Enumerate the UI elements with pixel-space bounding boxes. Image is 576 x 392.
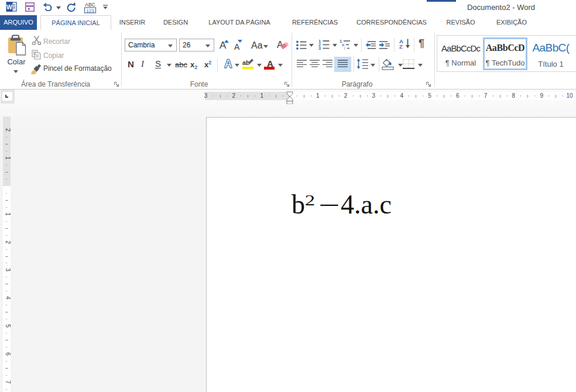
svg-text:Z: Z [399, 43, 403, 49]
svg-text:3: 3 [318, 46, 321, 50]
svg-text:123: 123 [86, 8, 94, 13]
svg-text:i: i [344, 46, 345, 50]
svg-text:ABC: ABC [85, 2, 95, 8]
svg-text:W: W [6, 4, 12, 11]
